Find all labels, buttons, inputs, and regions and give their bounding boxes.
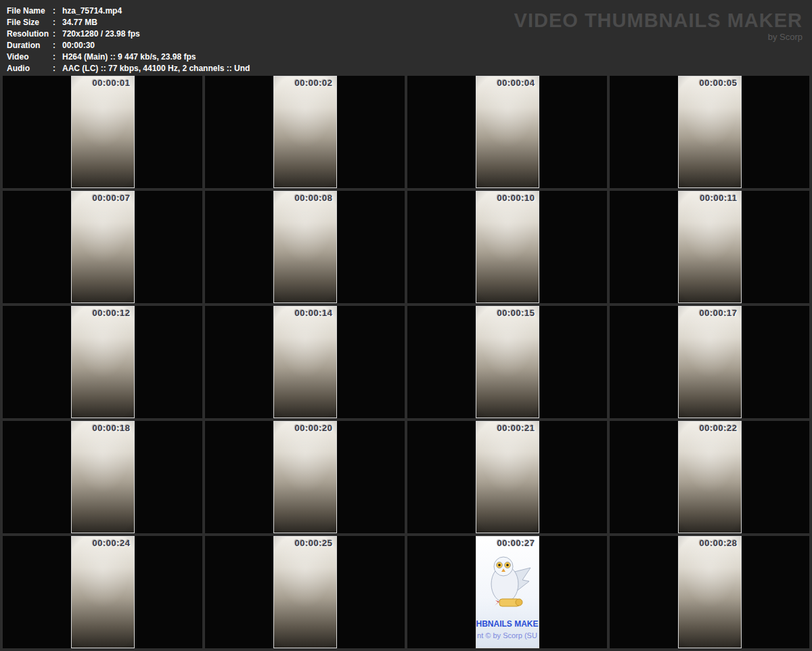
video-frame-thumbnail: 00:00:14	[273, 306, 337, 418]
file-info-value: H264 (Main) :: 9 447 kb/s, 23.98 fps	[62, 52, 196, 62]
timestamp-overlay: 00:00:25	[294, 538, 332, 548]
grid-cell: 00:00:04	[407, 76, 607, 188]
video-frame-thumbnail: 00:00:08	[273, 191, 337, 303]
timestamp-overlay: 00:00:02	[294, 78, 332, 88]
grid-cell: 00:00:22	[610, 421, 809, 533]
timestamp-overlay: 00:00:07	[92, 193, 130, 203]
video-frame-thumbnail: 00:00:28	[678, 536, 742, 648]
grid-cell: 00:00:05	[610, 76, 809, 188]
timestamp-overlay: 00:00:24	[92, 538, 130, 548]
grid-cell: HBNAILS MAKERnt © by Scorp (SU00:00:27	[407, 536, 607, 648]
video-frame-thumbnail: 00:00:12	[71, 306, 135, 418]
branding: VIDEO THUMBNAILS MAKER by Scorp	[514, 9, 803, 42]
video-frame-thumbnail: 00:00:17	[678, 306, 742, 418]
timestamp-overlay: 00:00:28	[699, 538, 737, 548]
video-frame-thumbnail: 00:00:21	[476, 421, 539, 533]
grid-cell: 00:00:15	[407, 306, 607, 418]
file-info-label: File Name	[7, 5, 53, 17]
grid-cell: 00:00:10	[407, 191, 607, 303]
file-info-label: Duration	[7, 40, 53, 51]
grid-cell: 00:00:24	[3, 536, 202, 648]
owl-logo-icon	[483, 553, 532, 615]
timestamp-overlay: 00:00:05	[699, 78, 737, 88]
file-info-value: 34.77 MB	[62, 18, 97, 27]
file-info-value: 00:00:30	[62, 41, 95, 50]
video-frame-thumbnail: 00:00:18	[71, 421, 135, 533]
timestamp-overlay: 00:00:15	[497, 308, 535, 318]
timestamp-overlay: 00:00:10	[497, 193, 535, 203]
timestamp-overlay: 00:00:11	[700, 193, 737, 203]
grid-cell: 00:00:17	[610, 306, 809, 418]
grid-cell: 00:00:11	[610, 191, 809, 303]
file-info-separator: :	[53, 28, 62, 40]
timestamp-overlay: 00:00:12	[92, 308, 130, 318]
file-info-label: File Size	[7, 17, 53, 28]
file-info-separator: :	[53, 17, 62, 28]
video-frame-thumbnail: 00:00:24	[71, 536, 135, 648]
timestamp-overlay: 00:00:22	[699, 423, 737, 433]
video-frame-thumbnail: 00:00:02	[273, 76, 337, 188]
video-frame-thumbnail: 00:00:04	[476, 76, 539, 188]
grid-cell: 00:00:02	[205, 76, 405, 188]
timestamp-overlay: 00:00:08	[294, 193, 332, 203]
app-subtitle: by Scorp	[514, 32, 803, 42]
timestamp-overlay: 00:00:27	[497, 538, 535, 548]
thumbnail-grid: 00:00:0100:00:0200:00:0400:00:0500:00:07…	[0, 73, 812, 651]
grid-cell: 00:00:25	[205, 536, 405, 648]
grid-cell: 00:00:18	[3, 421, 202, 533]
watermark-text: HBNAILS MAKERnt © by Scorp (SU	[476, 619, 539, 639]
file-info-separator: :	[53, 40, 62, 51]
video-frame-thumbnail: 00:00:15	[476, 306, 539, 418]
file-info-separator: :	[53, 51, 62, 63]
video-frame-thumbnail: 00:00:11	[678, 191, 742, 303]
video-frame-thumbnail: 00:00:25	[273, 536, 337, 648]
grid-cell: 00:00:01	[3, 76, 202, 188]
watermark-thumbnail: HBNAILS MAKERnt © by Scorp (SU00:00:27	[476, 536, 539, 648]
file-info-separator: :	[53, 5, 62, 17]
app-title: VIDEO THUMBNAILS MAKER	[514, 9, 803, 31]
contact-sheet: File Name:hza_75714.mp4File Size:34.77 M…	[0, 0, 812, 651]
timestamp-overlay: 00:00:04	[497, 78, 535, 88]
file-info-value: AAC (LC) :: 77 kbps, 44100 Hz, 2 channel…	[62, 64, 250, 73]
video-frame-thumbnail: 00:00:20	[273, 421, 337, 533]
file-info-header: File Name:hza_75714.mp4File Size:34.77 M…	[0, 0, 812, 73]
grid-cell: 00:00:07	[3, 191, 202, 303]
video-frame-thumbnail: 00:00:05	[678, 76, 742, 188]
file-info-label: Resolution	[7, 28, 53, 40]
timestamp-overlay: 00:00:17	[699, 308, 737, 318]
file-info-row: Video:H264 (Main) :: 9 447 kb/s, 23.98 f…	[7, 51, 812, 63]
timestamp-overlay: 00:00:21	[497, 423, 535, 433]
grid-cell: 00:00:28	[610, 536, 809, 648]
video-frame-thumbnail: 00:00:10	[476, 191, 539, 303]
timestamp-overlay: 00:00:14	[294, 308, 332, 318]
watermark-line1: HBNAILS MAKER	[476, 619, 539, 629]
file-info-label: Video	[7, 51, 53, 63]
video-frame-thumbnail: 00:00:01	[71, 76, 135, 188]
file-info-value: hza_75714.mp4	[62, 6, 122, 16]
timestamp-overlay: 00:00:18	[92, 423, 130, 433]
grid-cell: 00:00:20	[205, 421, 405, 533]
video-frame-thumbnail: 00:00:07	[71, 191, 135, 303]
grid-cell: 00:00:08	[205, 191, 405, 303]
grid-cell: 00:00:21	[407, 421, 607, 533]
file-info-value: 720x1280 / 23.98 fps	[62, 29, 140, 39]
watermark-line2: nt © by Scorp (SU	[476, 631, 539, 639]
video-frame-thumbnail: 00:00:22	[678, 421, 742, 533]
grid-cell: 00:00:14	[205, 306, 405, 418]
grid-cell: 00:00:12	[3, 306, 202, 418]
timestamp-overlay: 00:00:20	[294, 423, 332, 433]
timestamp-overlay: 00:00:01	[92, 78, 130, 88]
